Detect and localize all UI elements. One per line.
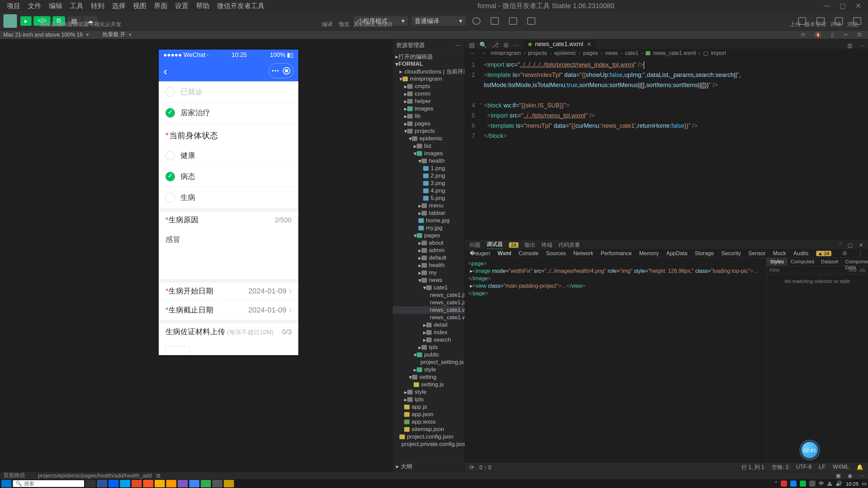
radio-checked[interactable] xyxy=(165,172,175,181)
tree-file[interactable]: project.private.config.json xyxy=(393,441,465,448)
app-icon[interactable] xyxy=(108,480,119,487)
tree-folder[interactable]: ▾ projects xyxy=(393,127,465,135)
editor-tab-active[interactable]: news_cate1.wxml ✕ xyxy=(524,39,596,49)
eol[interactable]: LF xyxy=(819,464,825,471)
app-icon[interactable] xyxy=(132,480,142,487)
menu-wxdevtool[interactable]: 微信开发者工具 xyxy=(214,1,268,11)
tab-close-icon[interactable]: ✕ xyxy=(587,41,592,48)
devtab-sources[interactable]: Sources xyxy=(546,250,566,257)
git-icon[interactable]: ⎇ xyxy=(492,41,499,49)
app-icon[interactable] xyxy=(143,480,153,487)
radio-checked[interactable] xyxy=(165,108,175,118)
wifi-icon[interactable]: 🖧 xyxy=(827,481,832,487)
page-path[interactable]: projects/epidemic/pages/health/add/healt… xyxy=(38,473,152,479)
tree-folder[interactable]: ▸ style xyxy=(393,388,465,396)
clear-cache-button[interactable] xyxy=(524,14,539,28)
tree-folder[interactable]: ▸ images xyxy=(393,105,465,113)
tree-file[interactable]: my.jpg xyxy=(393,224,465,232)
app-icon[interactable] xyxy=(212,480,222,487)
tray-icon[interactable] xyxy=(809,481,815,487)
panel-toggle-icon[interactable]: ˄ xyxy=(839,242,842,248)
tray-chevron-icon[interactable]: ˄ xyxy=(775,481,777,487)
tree-folder[interactable]: ▾ pages xyxy=(393,232,465,239)
radio-unchecked[interactable] xyxy=(165,193,175,202)
project-avatar[interactable] xyxy=(3,14,17,28)
window-max-icon[interactable]: ▢ xyxy=(840,2,846,10)
tree-file-active[interactable]: news_cate1.wxml xyxy=(393,306,465,314)
capsule-menu-icon[interactable]: ••• xyxy=(272,68,280,74)
tree-folder[interactable]: ▸ style xyxy=(393,366,465,373)
tree-file[interactable]: app.js xyxy=(393,403,465,411)
tree-folder[interactable]: ▸ biz xyxy=(393,142,465,150)
tree-folder[interactable]: ▸ comm xyxy=(393,90,465,98)
tab-quality[interactable]: 代码质量 xyxy=(558,242,580,249)
menu-edit[interactable]: 编辑 xyxy=(45,1,66,11)
capsule-close-icon[interactable] xyxy=(283,67,290,75)
ime-icon[interactable]: 中 xyxy=(819,481,824,487)
window-min-icon[interactable]: — xyxy=(824,2,830,10)
device-selector[interactable]: Mac 21-inch and above 100% 16 xyxy=(3,32,83,38)
devtab-network[interactable]: Network xyxy=(573,250,593,257)
explorer-icon[interactable]: ▤ xyxy=(469,41,475,49)
tree-folder[interactable]: ▾ setting xyxy=(393,373,465,381)
tree-file[interactable]: 1.png xyxy=(393,165,465,172)
git-status[interactable]: 0 ↑ 0 xyxy=(479,465,491,471)
tree-file[interactable]: app.wxss xyxy=(393,418,465,426)
gear-icon[interactable]: ⚙ xyxy=(842,250,847,257)
menu-interface[interactable]: 界面 xyxy=(151,1,171,11)
cursor-pos[interactable]: 行 1, 列 1 xyxy=(742,464,765,471)
copy-icon[interactable]: ⧉ xyxy=(156,473,160,479)
dataset-tab[interactable]: Dataset xyxy=(817,258,842,266)
devtab-console[interactable]: Console xyxy=(519,250,539,257)
code-editor[interactable]: 124567 ˅ <import src="../../../../../tpl… xyxy=(465,58,868,241)
sim-pop-icon[interactable]: ⧉ xyxy=(857,32,861,38)
tree-folder[interactable]: ▸ tpls xyxy=(393,396,465,403)
devtab-appdata[interactable]: AppData xyxy=(666,250,687,257)
more-icon[interactable]: ⋯ xyxy=(859,472,865,479)
screenshot-icon[interactable]: ▣ xyxy=(836,472,841,479)
outline-section[interactable]: ▸ 大纲 xyxy=(393,461,465,472)
sim-cut-icon[interactable]: ✂ xyxy=(844,32,848,38)
nav-fwd-icon[interactable]: → xyxy=(480,50,488,56)
inspect-icon[interactable]: �augen xyxy=(470,250,490,257)
tree-folder[interactable]: ▸ index xyxy=(393,329,465,336)
tree-folder[interactable]: ▸ my xyxy=(393,269,465,277)
warning-chip[interactable]: ▲ 24 xyxy=(816,251,831,256)
tree-file[interactable]: project.config.json xyxy=(393,433,465,441)
clock[interactable]: 10:25 xyxy=(846,481,859,487)
tray-wechat-icon[interactable] xyxy=(800,481,806,487)
bell-icon[interactable]: 🔔 xyxy=(856,464,863,471)
tree-folder[interactable]: ▸ tpls xyxy=(393,344,465,351)
menu-view[interactable]: 视图 xyxy=(130,1,150,11)
explorer-more-icon[interactable]: ⋯ xyxy=(455,42,461,49)
record-icon[interactable]: ◉ xyxy=(848,472,852,479)
toggle-simulator[interactable]: ▸ xyxy=(20,16,32,26)
git-sync-icon[interactable]: ⟳ xyxy=(470,464,474,471)
devtab-sensor[interactable]: Sensor xyxy=(748,250,766,257)
app-icon[interactable] xyxy=(189,480,199,487)
tree-folder[interactable]: ▾ public xyxy=(393,351,465,359)
menu-tool[interactable]: 工具 xyxy=(66,1,87,11)
search-icon[interactable]: 🔍 xyxy=(479,41,487,49)
computed-tab[interactable]: Computed xyxy=(787,258,817,266)
tree-folder[interactable]: ▾ miniprogram xyxy=(393,75,465,83)
tree-file[interactable]: 4.png xyxy=(393,187,465,195)
menu-project[interactable]: 项目 xyxy=(3,1,24,11)
menu-help[interactable]: 帮助 xyxy=(193,1,213,11)
reason-textarea[interactable]: 感冒 xyxy=(159,228,298,279)
tree-folder[interactable]: ▸ menu xyxy=(393,202,465,209)
editor-more-icon[interactable]: ⋯ xyxy=(856,42,868,49)
styles-tab[interactable]: Styles xyxy=(767,258,787,266)
tree-folder[interactable]: ▸ lib xyxy=(393,113,465,120)
tree-file[interactable]: news_cate1.js xyxy=(393,291,465,299)
menu-select[interactable]: 选择 xyxy=(108,1,129,11)
radio-unchecked[interactable] xyxy=(165,87,175,97)
tree-file[interactable]: news_cate1.wxss xyxy=(393,314,465,321)
tree-file[interactable]: 5.png xyxy=(393,195,465,202)
tree-folder[interactable]: ▸ about xyxy=(393,239,465,247)
tree-file[interactable]: news_cate1.json xyxy=(393,299,465,306)
compdata-tab[interactable]: Component Data xyxy=(842,258,868,266)
tab-terminal[interactable]: 终端 xyxy=(541,242,552,249)
tree-folder[interactable]: ▸ admin xyxy=(393,247,465,254)
app-icon[interactable] xyxy=(120,480,130,487)
